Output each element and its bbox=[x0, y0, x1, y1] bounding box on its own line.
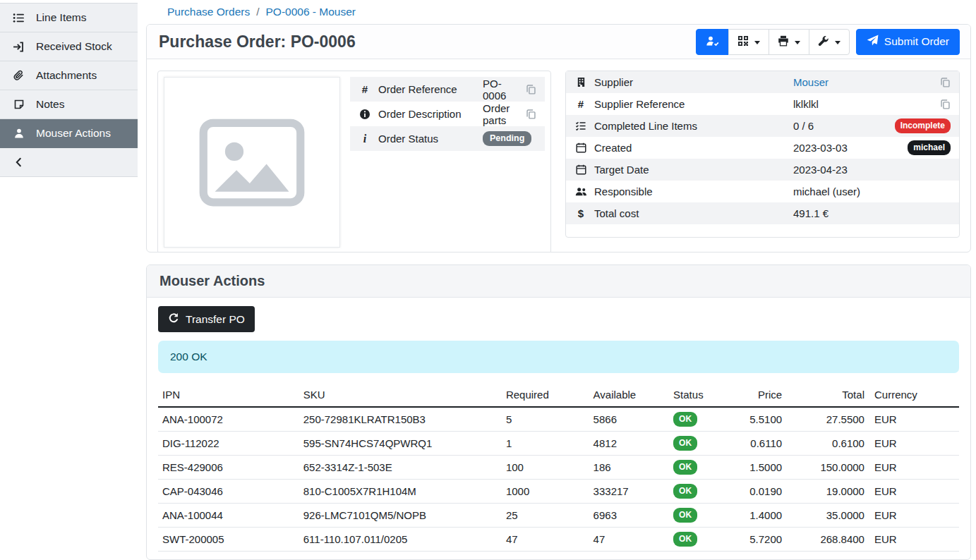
cell-ipn: CAP-043046 bbox=[158, 480, 299, 504]
cell-currency: EUR bbox=[870, 407, 959, 432]
page-title: Purchase Order: PO-0006 bbox=[159, 32, 356, 51]
copy-icon[interactable] bbox=[526, 84, 536, 95]
cell-required: 25 bbox=[502, 504, 589, 528]
col-header-required: Required bbox=[502, 383, 589, 407]
col-header-sku: SKU bbox=[299, 383, 502, 407]
table-row: ANA-100072 250-72981KLRATR150B3 5 5866 O… bbox=[158, 407, 959, 432]
sidebar-item-received-stock[interactable]: Received Stock bbox=[0, 32, 138, 61]
cell-sku: 595-SN74HCS74QPWRQ1 bbox=[299, 432, 502, 456]
info-icon: i bbox=[359, 133, 371, 145]
table-row: ANA-100044 926-LMC7101QM5/NOPB 25 6963 O… bbox=[158, 504, 959, 528]
detail-value: 2023-04-23 bbox=[793, 164, 951, 176]
transfer-po-label: Transfer PO bbox=[186, 313, 245, 326]
cell-required: 5 bbox=[502, 407, 589, 432]
detail-value: 2023-03-03 bbox=[793, 142, 900, 154]
sidebar-item-label: Mouser Actions bbox=[36, 127, 111, 140]
cell-status: OK bbox=[669, 528, 728, 552]
sidebar-item-label: Line Items bbox=[36, 11, 87, 24]
cell-currency: EUR bbox=[870, 480, 959, 504]
cell-available: 186 bbox=[589, 456, 670, 480]
supplier-link[interactable]: Mouser bbox=[793, 76, 829, 88]
list-check-icon bbox=[574, 121, 587, 131]
chevron-down-icon bbox=[835, 41, 841, 44]
detail-value: Pending bbox=[483, 131, 536, 147]
cell-status: OK bbox=[669, 456, 728, 480]
cell-currency: EUR bbox=[870, 456, 959, 480]
breadcrumb-purchase-orders[interactable]: Purchase Orders bbox=[167, 6, 250, 18]
sidebar: Line Items Received Stock Attachments No… bbox=[0, 0, 138, 560]
info-circle-icon bbox=[359, 109, 371, 120]
chevron-down-icon bbox=[795, 41, 800, 44]
incomplete-badge: Incomplete bbox=[895, 118, 951, 133]
cell-price: 1.5000 bbox=[728, 456, 788, 480]
order-info-table: # Order Reference PO-0006 Order Descri bbox=[350, 77, 545, 151]
footer-total: 501.0000 bbox=[788, 552, 870, 560]
cell-status: OK bbox=[669, 407, 728, 432]
cell-total: 150.0000 bbox=[788, 456, 870, 480]
cell-required: 1000 bbox=[502, 480, 589, 504]
image-placeholder-icon bbox=[199, 118, 305, 207]
sidebar-item-line-items[interactable]: Line Items bbox=[0, 4, 138, 32]
order-reference-row: # Order Reference PO-0006 bbox=[350, 77, 545, 102]
cell-price: 1.4000 bbox=[728, 504, 788, 528]
submit-order-button[interactable]: Submit Order bbox=[856, 29, 960, 55]
user-actions-button[interactable] bbox=[696, 29, 729, 55]
cell-price: 0.0190 bbox=[728, 480, 788, 504]
sidebar-collapse-button[interactable] bbox=[0, 148, 138, 177]
cell-sku: 810-C1005X7R1H104M bbox=[299, 480, 502, 504]
barcode-actions-button[interactable] bbox=[728, 29, 769, 55]
paper-plane-icon bbox=[867, 35, 879, 49]
copy-icon[interactable] bbox=[940, 77, 951, 87]
status-ok-badge: OK bbox=[673, 532, 697, 547]
refresh-icon bbox=[168, 312, 179, 327]
sign-in-icon bbox=[12, 40, 25, 53]
toolbar: Submit Order bbox=[696, 29, 960, 55]
detail-value: lklklkl bbox=[793, 98, 933, 110]
table-row: DIG-112022 595-SN74HCS74QPWRQ1 1 4812 OK… bbox=[158, 432, 959, 456]
completed-line-items-row: Completed Line Items 0 / 6 Incomplete bbox=[566, 115, 959, 137]
supplier-details-card: Supplier Mouser # Supplier Reference lkl… bbox=[565, 71, 960, 238]
hash-icon: # bbox=[359, 83, 371, 95]
copy-icon[interactable] bbox=[940, 99, 951, 109]
cell-sku: 926-LMC7101QM5/NOPB bbox=[299, 504, 502, 528]
created-row: Created 2023-03-03 michael bbox=[566, 137, 959, 159]
transfer-po-button[interactable]: Transfer PO bbox=[158, 306, 255, 332]
copy-icon[interactable] bbox=[526, 109, 536, 119]
detail-value: michael (user) bbox=[793, 185, 951, 197]
building-icon bbox=[574, 77, 587, 87]
print-actions-button[interactable] bbox=[769, 29, 809, 55]
cell-ipn: RES-429006 bbox=[158, 456, 299, 480]
list-icon bbox=[12, 11, 25, 24]
breadcrumb-current-order[interactable]: PO-0006 - Mouser bbox=[265, 6, 356, 18]
printer-icon bbox=[778, 35, 789, 49]
chevron-down-icon bbox=[754, 41, 760, 44]
cell-ipn: ANA-100072 bbox=[158, 407, 299, 432]
status-ok-badge: OK bbox=[673, 436, 697, 451]
sidebar-item-mouser-actions[interactable]: Mouser Actions bbox=[0, 119, 138, 148]
purchase-order-panel: Purchase Order: PO-0006 bbox=[146, 24, 971, 252]
order-image-placeholder[interactable] bbox=[164, 77, 340, 248]
hash-icon: # bbox=[574, 98, 587, 110]
order-actions-button[interactable] bbox=[809, 29, 850, 55]
user-badge: michael bbox=[908, 140, 951, 155]
main-content: Purchase Orders / PO-0006 - Mouser Purch… bbox=[138, 0, 976, 560]
sidebar-item-label: Received Stock bbox=[36, 40, 112, 53]
cell-required: 1 bbox=[502, 432, 589, 456]
detail-label: Order Reference bbox=[378, 83, 476, 95]
cell-currency: EUR bbox=[870, 528, 959, 552]
detail-value: 0 / 6 bbox=[793, 120, 888, 132]
sidebar-item-attachments[interactable]: Attachments bbox=[0, 61, 138, 90]
status-alert: 200 OK bbox=[158, 341, 959, 373]
submit-order-label: Submit Order bbox=[884, 35, 949, 48]
order-description-row: Order Description Order parts bbox=[350, 102, 545, 126]
col-header-available: Available bbox=[589, 383, 670, 407]
mouser-actions-header: Mouser Actions bbox=[147, 265, 970, 298]
col-header-currency: Currency bbox=[870, 383, 959, 407]
status-ok-badge: OK bbox=[673, 484, 697, 499]
user-icon bbox=[12, 127, 25, 140]
cell-available: 47 bbox=[589, 528, 670, 552]
detail-label: Created bbox=[594, 142, 786, 154]
sidebar-item-notes[interactable]: Notes bbox=[0, 90, 138, 119]
sidebar-item-label: Notes bbox=[36, 98, 65, 111]
detail-value: 491.1 € bbox=[793, 207, 951, 219]
